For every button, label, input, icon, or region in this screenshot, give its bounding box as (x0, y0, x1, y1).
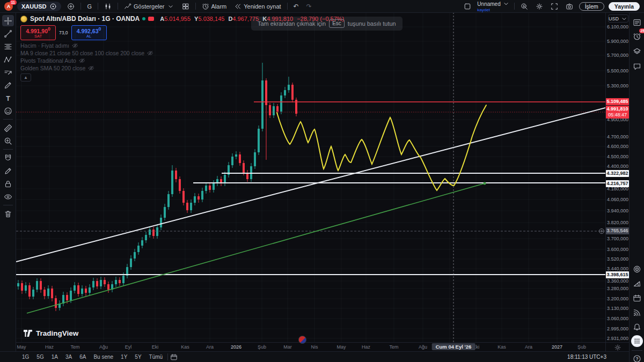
alerts-panel-icon[interactable]: 25 (631, 31, 643, 42)
axis-settings-corner[interactable] (605, 342, 630, 352)
apps-menu-icon[interactable] (631, 335, 643, 347)
replay-button[interactable]: Yeniden oynat (232, 1, 282, 11)
price-tick: 3.200,000 (606, 296, 630, 301)
fib-tool[interactable] (2, 41, 14, 52)
trade-button[interactable]: İşlem (579, 2, 604, 11)
eye-hidden-icon[interactable] (88, 65, 94, 71)
yellow-brush-drawing[interactable] (277, 105, 486, 190)
trend-tool[interactable] (2, 28, 14, 39)
bottom-toolbar: 1G5G1A3A6ABu sene1Y5YTümü 18:11:13 UTC+3 (0, 351, 629, 362)
ruler-tool[interactable] (2, 122, 14, 134)
green-trendline[interactable] (27, 183, 485, 313)
time-tick: Eki (152, 344, 159, 350)
range-button-6a[interactable]: 6A (77, 353, 89, 360)
trash-tool[interactable] (2, 208, 14, 219)
time-tick: Şub (577, 344, 586, 350)
buy-button[interactable]: 4.992,630 AL (71, 25, 107, 40)
fullscreen-icon[interactable] (549, 1, 560, 11)
divider (3, 205, 13, 205)
price-tick: 3.130,000 (606, 306, 630, 311)
object-tree-icon[interactable] (631, 46, 643, 57)
eye-hidden-icon[interactable] (147, 50, 153, 56)
eye-tool[interactable] (2, 191, 14, 202)
help-icon[interactable]: ? (631, 353, 643, 362)
indicator-row[interactable]: Hacim · Fiyat adımı (20, 42, 344, 49)
range-button-1g[interactable]: 1G (19, 353, 32, 360)
go-to-date-icon[interactable] (170, 353, 178, 361)
collapse-legend-button[interactable]: ▲ (20, 73, 31, 82)
interval-button[interactable]: G (85, 1, 93, 11)
redo-icon[interactable]: ↷ (305, 1, 313, 11)
notification-badge: 11 (10, 0, 17, 5)
green-trendline-endpoint[interactable] (484, 182, 486, 185)
indicator-row[interactable]: Golden SMA 50 200 close (20, 65, 344, 72)
divider (514, 3, 515, 10)
range-button-1a[interactable]: 1A (49, 353, 61, 360)
chart-type-candles-icon[interactable] (103, 1, 113, 11)
price-tick: 6.100,000 (606, 24, 630, 29)
hotlists-icon[interactable] (631, 263, 643, 275)
range-button-3a[interactable]: 3A (63, 353, 75, 360)
indicator-row[interactable]: Pivots Traditional Auto (20, 57, 344, 64)
publish-button[interactable]: Yayınla (609, 2, 640, 11)
watchlist-panel-icon[interactable] (631, 17, 643, 28)
news-icon[interactable] (631, 307, 643, 319)
text-tool[interactable]: T (2, 92, 14, 104)
range-button-5g[interactable]: 5G (34, 353, 46, 360)
crosshair-tool[interactable] (2, 15, 14, 26)
layout-icon[interactable] (462, 1, 473, 11)
indicator-row[interactable]: MA 9 close 21 close 50 close 100 close 2… (20, 50, 344, 57)
eye-hidden-icon[interactable] (79, 57, 85, 64)
magnet-tool[interactable] (2, 152, 14, 164)
compare-add-icon[interactable] (65, 1, 76, 11)
calendar-panel-icon[interactable] (631, 292, 643, 304)
zoomin-tool[interactable] (2, 135, 14, 146)
quick-search-icon[interactable] (519, 1, 530, 11)
undo-icon[interactable]: ↶ (292, 1, 301, 11)
lock-tool[interactable] (2, 178, 14, 189)
user-avatar[interactable]: A11 (4, 2, 13, 11)
time-tick: Kas (497, 344, 506, 350)
tradingview-logo-icon (24, 329, 33, 337)
symbol-search-button[interactable]: XAUUSD (17, 2, 61, 11)
symbol-title[interactable]: Spot Altın/ABD Doları · 1G · OANDA (30, 15, 140, 23)
price-label-white: 4.216,757 (606, 180, 629, 187)
eye-hidden-icon[interactable] (72, 42, 78, 49)
price-tick: 5.500,000 (606, 68, 630, 73)
sell-button[interactable]: 4.991,900 SAT (20, 25, 56, 40)
price-axis[interactable]: USD 6.100,0005.900,0005.700,0005.500,000… (605, 12, 630, 342)
indicators-button[interactable]: Göstergeler (122, 1, 175, 11)
time-tick: Kas (181, 344, 189, 350)
indicator-legend: Hacim · Fiyat adımıMA 9 close 21 close 5… (20, 42, 344, 72)
range-button-bu-sene[interactable]: Bu sene (91, 353, 116, 360)
range-button-tümü[interactable]: Tümü (147, 353, 166, 360)
settings-gear-icon[interactable] (534, 1, 545, 11)
range-button-5y[interactable]: 5Y (132, 353, 144, 360)
save-layout-link[interactable]: kaydet (477, 8, 490, 12)
economic-event-icon[interactable] (298, 336, 306, 344)
divider (195, 3, 196, 10)
price-tick: 4.060,000 (606, 197, 630, 202)
time-axis[interactable]: MayHazTemAğuEylEkiKasAra2026ŞubMarNisMay… (16, 342, 605, 352)
alert-button[interactable]: Alarm (200, 1, 229, 11)
indicator-title: Hacim · Fiyat adımı (20, 42, 69, 49)
ideas-icon[interactable] (631, 278, 643, 290)
right-sidebar: 25? (629, 12, 644, 362)
pattern-tool[interactable] (2, 54, 14, 65)
divider (632, 350, 642, 351)
indicator-templates-icon[interactable] (180, 1, 191, 11)
layout-name-block[interactable]: Unnamed kaydet (477, 0, 509, 12)
emoji-tool[interactable] (2, 105, 14, 116)
chat-panel-icon[interactable] (631, 61, 643, 72)
notifications-bell-icon[interactable] (631, 321, 643, 333)
currency-selector[interactable]: USD (608, 14, 628, 23)
screenshot-camera-icon[interactable] (564, 1, 575, 11)
range-button-1y[interactable]: 1Y (118, 353, 130, 360)
data-delay-badge (148, 17, 154, 21)
divider (167, 353, 168, 360)
brush-tool[interactable] (2, 79, 14, 91)
fullscreen-toast: Tam ekrandan çıkmak için Esc tuşunu bası… (251, 17, 402, 31)
server-clock[interactable]: 18:11:13 UTC+3 (567, 354, 606, 360)
edit-tool[interactable] (2, 165, 14, 176)
forecast-tool[interactable] (2, 67, 14, 78)
